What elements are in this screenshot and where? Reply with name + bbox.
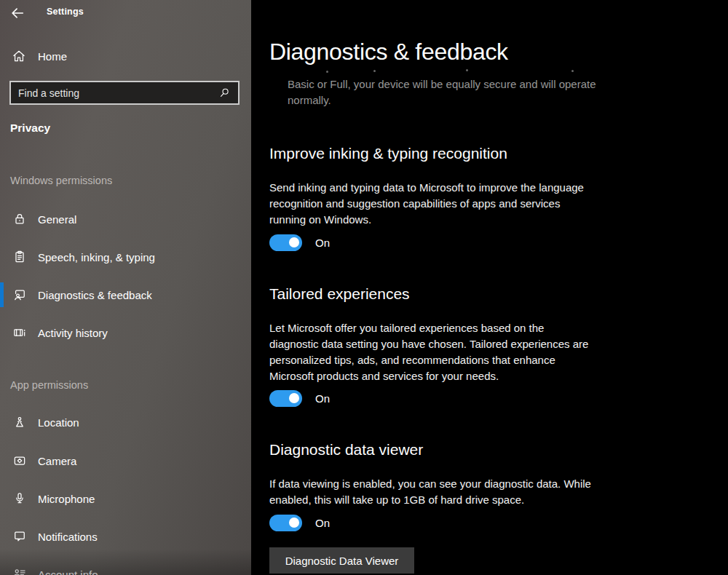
sidebar-item-home[interactable]: Home — [0, 44, 251, 68]
person-feedback-icon — [12, 288, 27, 302]
section-heading-inking-typing: Improve inking & typing recognition — [269, 145, 507, 162]
sidebar-item-speech-inking-typing[interactable]: Speech, inking, & typing — [0, 242, 251, 272]
clipped-text-artifact — [571, 70, 574, 72]
sidebar-category-title: Privacy — [10, 122, 50, 135]
clipped-text-artifact — [373, 70, 376, 72]
section-heading-diagnostic-data-viewer: Diagnostic data viewer — [269, 441, 423, 459]
sidebar: Settings Home Privacy Windows permission… — [0, 0, 251, 575]
clipped-text-artifact — [326, 71, 328, 73]
sidebar-item-label: Activity history — [38, 327, 108, 339]
toggle-row-inking-typing: On — [269, 234, 330, 251]
account-info-icon — [12, 567, 27, 575]
search-input[interactable] — [11, 82, 215, 103]
settings-window: Settings Home Privacy Windows permission… — [0, 0, 728, 575]
sidebar-item-account-info[interactable]: Account info — [0, 559, 251, 575]
camera-icon — [12, 453, 27, 468]
section-body-inking-typing: Send inking and typing data to Microsoft… — [269, 180, 584, 228]
toggle-knob — [289, 237, 299, 247]
clipboard-icon — [12, 250, 27, 264]
inking-typing-toggle[interactable] — [269, 234, 302, 251]
selection-accent-bar — [0, 282, 4, 307]
search-icon[interactable] — [215, 87, 238, 99]
toggle-knob — [289, 518, 299, 528]
toggle-row-tailored-experiences: On — [269, 390, 330, 407]
activity-history-icon — [12, 325, 27, 340]
sidebar-item-label: Diagnostics & feedback — [38, 289, 152, 301]
group-header-windows-permissions: Windows permissions — [10, 175, 112, 186]
notification-bubble-icon — [12, 529, 27, 544]
section-heading-tailored-experiences: Tailored experiences — [269, 285, 410, 303]
group-header-app-permissions: App permissions — [10, 379, 88, 391]
lock-icon — [12, 212, 27, 226]
sidebar-item-label: General — [38, 213, 76, 226]
sidebar-item-notifications[interactable]: Notifications — [0, 521, 251, 552]
toggle-state-label: On — [315, 237, 330, 249]
tailored-experiences-toggle[interactable] — [269, 390, 302, 407]
clipped-text-artifact — [466, 69, 468, 71]
sidebar-item-camera[interactable]: Camera — [0, 445, 251, 476]
sidebar-item-general[interactable]: General — [0, 204, 251, 234]
diagnostic-data-viewer-button[interactable]: Diagnostic Data Viewer — [269, 547, 414, 574]
back-icon[interactable] — [9, 5, 25, 20]
section-body-tailored-experiences: Let Microsoft offer you tailored experie… — [269, 320, 588, 384]
sidebar-item-location[interactable]: Location — [0, 407, 251, 437]
sidebar-item-diagnostics-feedback[interactable]: Diagnostics & feedback — [0, 279, 251, 310]
search-box — [9, 81, 240, 105]
toggle-row-diagnostic-data-viewer: On — [269, 515, 330, 531]
sidebar-item-label: Camera — [38, 455, 76, 467]
location-person-icon — [12, 415, 27, 429]
toggle-state-label: On — [315, 517, 330, 529]
home-icon — [12, 49, 26, 63]
titlebar: Settings — [0, 4, 251, 22]
sidebar-item-label: Account info — [38, 568, 98, 575]
main-content: Diagnostics & feedback Basic or Full, yo… — [251, 0, 728, 575]
sidebar-item-activity-history[interactable]: Activity history — [0, 317, 251, 348]
sidebar-item-label: Notifications — [38, 531, 98, 543]
microphone-icon — [12, 491, 27, 506]
diagnostic-data-viewer-toggle[interactable] — [269, 515, 302, 531]
page-title: Diagnostics & feedback — [269, 39, 508, 66]
sidebar-item-microphone[interactable]: Microphone — [0, 483, 251, 514]
section-body-diagnostic-data-viewer: If data viewing is enabled, you can see … — [269, 476, 591, 508]
sidebar-item-label: Speech, inking, & typing — [38, 251, 155, 263]
sidebar-item-label: Microphone — [38, 493, 95, 505]
sidebar-item-label: Location — [38, 416, 79, 429]
app-title: Settings — [47, 7, 84, 17]
toggle-state-label: On — [315, 392, 330, 405]
home-label: Home — [38, 50, 67, 63]
intro-text: Basic or Full, your device will be equal… — [288, 76, 596, 108]
toggle-knob — [289, 393, 299, 403]
